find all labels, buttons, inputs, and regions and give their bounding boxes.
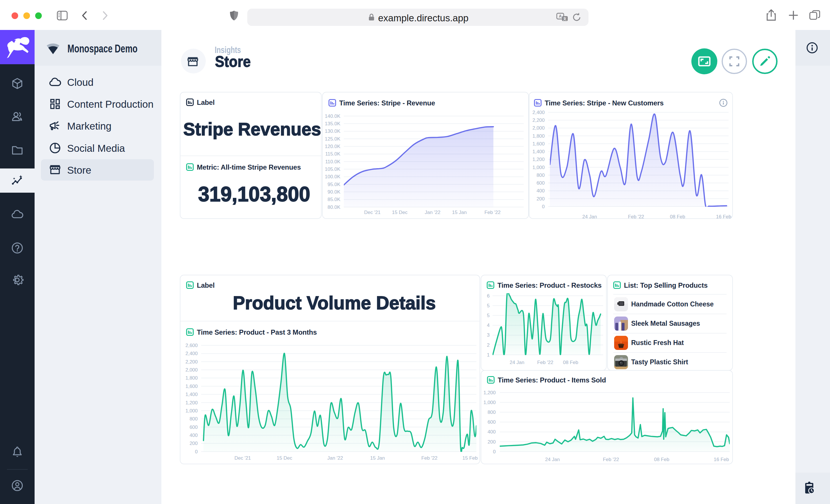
svg-text:16 Feb: 16 Feb: [716, 214, 731, 220]
svg-text:0: 0: [493, 449, 496, 455]
svg-text:Feb '22: Feb '22: [484, 210, 501, 215]
svg-text:120.0K: 120.0K: [325, 144, 341, 149]
svg-text:95.0K: 95.0K: [328, 182, 341, 187]
svg-text:2: 2: [487, 342, 490, 348]
svg-text:1,800: 1,800: [532, 133, 545, 139]
svg-text:Handmade Cotton Cheese: Handmade Cotton Cheese: [631, 300, 713, 308]
svg-text:135.0K: 135.0K: [325, 121, 341, 127]
svg-text:140.0K: 140.0K: [325, 113, 341, 119]
svg-text:0: 0: [542, 204, 545, 209]
svg-text:24 Jan: 24 Jan: [582, 214, 597, 220]
svg-text:24 Jan: 24 Jan: [545, 457, 560, 462]
svg-text:800: 800: [190, 416, 198, 422]
svg-text:6: 6: [487, 293, 490, 299]
svg-text:2,200: 2,200: [185, 359, 198, 365]
svg-text:110.0K: 110.0K: [325, 159, 340, 164]
svg-text:Time Series: Stripe - New Cust: Time Series: Stripe - New Customers: [545, 99, 664, 107]
svg-text:15 Dec: 15 Dec: [392, 210, 408, 215]
svg-text:List: Top Selling Products: List: Top Selling Products: [624, 281, 707, 289]
svg-text:Time Series: Product - Items S: Time Series: Product - Items Sold: [498, 376, 606, 384]
svg-text:15 Jan: 15 Jan: [452, 210, 467, 215]
svg-text:100.0K: 100.0K: [325, 174, 341, 179]
svg-text:80.0K: 80.0K: [328, 204, 341, 210]
svg-text:600: 600: [190, 425, 198, 430]
svg-text:125.0K: 125.0K: [325, 136, 341, 142]
svg-text:Tasty Plastic Shirt: Tasty Plastic Shirt: [631, 358, 688, 366]
svg-text:08 Feb: 08 Feb: [563, 360, 578, 365]
svg-text:130.0K: 130.0K: [325, 129, 341, 134]
svg-text:0: 0: [195, 449, 198, 455]
svg-text:16 Feb: 16 Feb: [714, 457, 729, 462]
svg-text:Feb '22: Feb '22: [537, 360, 553, 365]
svg-text:1,400: 1,400: [185, 392, 198, 397]
svg-text:90.0K: 90.0K: [328, 189, 341, 195]
svg-text:Jan '22: Jan '22: [425, 210, 440, 215]
svg-text:Time Series: Product - Restock: Time Series: Product - Restocks: [498, 281, 602, 289]
svg-text:319,103,800: 319,103,800: [198, 182, 310, 206]
svg-text:1,600: 1,600: [185, 383, 198, 389]
svg-text:5: 5: [487, 303, 490, 308]
svg-text:Store: Store: [215, 53, 251, 70]
svg-text:200: 200: [537, 196, 545, 202]
svg-text:Feb '22: Feb '22: [603, 457, 619, 462]
svg-text:4: 4: [487, 323, 490, 328]
svg-text:3: 3: [487, 332, 490, 338]
svg-text:800: 800: [488, 409, 496, 415]
svg-text:15 Feb: 15 Feb: [462, 455, 478, 461]
svg-text:15 Jan: 15 Jan: [370, 455, 385, 461]
svg-text:400: 400: [190, 433, 198, 438]
svg-text:85.0K: 85.0K: [328, 197, 341, 202]
svg-text:2,400: 2,400: [185, 351, 198, 356]
svg-text:200: 200: [488, 439, 496, 445]
svg-text:Feb '22: Feb '22: [628, 214, 644, 220]
svg-text:Feb '22: Feb '22: [421, 455, 438, 461]
svg-text:Time Series: Stripe - Revenue: Time Series: Stripe - Revenue: [339, 99, 435, 107]
svg-text:115.0K: 115.0K: [325, 151, 340, 157]
svg-text:Monospace Demo: Monospace Demo: [67, 43, 137, 55]
svg-text:1,200: 1,200: [483, 390, 496, 396]
svg-text:1,000: 1,000: [532, 165, 545, 170]
svg-text:1,800: 1,800: [185, 375, 198, 381]
svg-text:Label: Label: [197, 281, 215, 289]
svg-text:1,000: 1,000: [483, 400, 496, 405]
svg-text:2,000: 2,000: [532, 125, 545, 131]
svg-text:Dec '21: Dec '21: [234, 455, 251, 461]
svg-text:1,000: 1,000: [185, 408, 198, 413]
svg-text:2,600: 2,600: [185, 343, 198, 348]
svg-text:2,000: 2,000: [185, 367, 198, 373]
svg-text:Sleek Metal Sausages: Sleek Metal Sausages: [631, 320, 700, 327]
svg-text:2,200: 2,200: [532, 117, 545, 123]
svg-text:400: 400: [537, 188, 545, 194]
svg-text:600: 600: [537, 180, 545, 186]
svg-text:1,200: 1,200: [185, 400, 198, 405]
svg-text:1,600: 1,600: [532, 141, 545, 146]
svg-text:400: 400: [488, 429, 496, 435]
svg-text:800: 800: [537, 172, 545, 178]
svg-text:Jan '22: Jan '22: [327, 455, 343, 461]
svg-text:2,400: 2,400: [532, 110, 545, 115]
svg-text:1: 1: [487, 352, 490, 358]
svg-text:1,200: 1,200: [532, 157, 545, 162]
svg-text:Dec '21: Dec '21: [364, 210, 380, 215]
svg-text:Metric: All-time Stripe Revenu: Metric: All-time Stripe Revenues: [197, 163, 301, 171]
svg-text:105.0K: 105.0K: [325, 166, 341, 172]
svg-text:Time Series: Product - Past 3: Time Series: Product - Past 3 Months: [197, 328, 317, 336]
svg-text:08 Feb: 08 Feb: [670, 214, 685, 220]
svg-text:15 Dec: 15 Dec: [277, 455, 292, 461]
svg-text:5: 5: [487, 313, 490, 318]
svg-text:600: 600: [488, 419, 496, 425]
svg-text:1,400: 1,400: [532, 149, 545, 155]
svg-text:Label: Label: [197, 99, 215, 106]
svg-text:Product Volume Details: Product Volume Details: [233, 293, 436, 313]
svg-text:Rustic Fresh Hat: Rustic Fresh Hat: [631, 339, 684, 346]
svg-text:Stripe Revenues: Stripe Revenues: [183, 119, 321, 139]
svg-text:24 Jan: 24 Jan: [510, 360, 524, 365]
svg-text:08 Feb: 08 Feb: [654, 457, 669, 462]
svg-text:200: 200: [190, 441, 198, 446]
